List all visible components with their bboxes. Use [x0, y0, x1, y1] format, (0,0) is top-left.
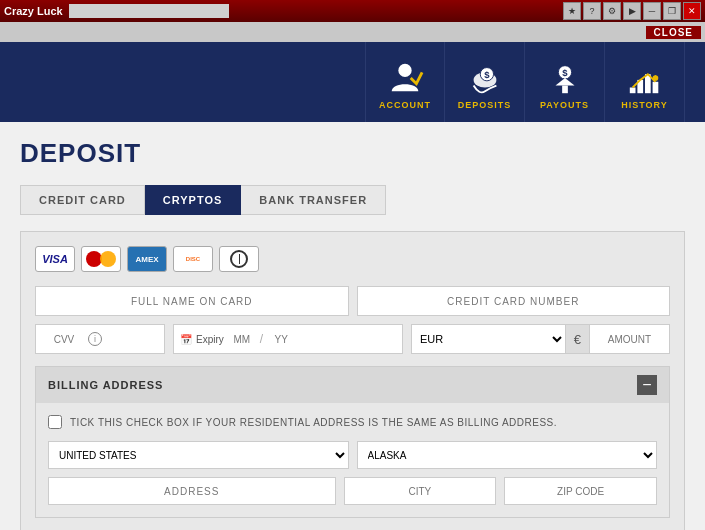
card-section: VISA AMEX DISC i: [20, 231, 685, 530]
title-search-input[interactable]: [69, 4, 229, 18]
icon-question[interactable]: ?: [583, 2, 601, 20]
expiry-separator: /: [260, 332, 263, 346]
expiry-yy-input[interactable]: [267, 334, 295, 345]
diners-line: [239, 254, 240, 264]
svg-rect-10: [652, 82, 658, 93]
currency-symbol: €: [566, 324, 590, 354]
history-label: HISTORY: [621, 100, 668, 110]
info-icon[interactable]: i: [88, 332, 102, 346]
expiry-group: 📅 Expiry /: [173, 324, 403, 354]
billing-header: BILLING ADDRESS −: [36, 367, 669, 403]
nav-item-payouts[interactable]: $ PAYOUTS: [525, 42, 605, 122]
tab-credit-card[interactable]: CREDIT CARD: [20, 185, 145, 215]
icon-close-window[interactable]: ✕: [683, 2, 701, 20]
tabs: CREDIT CARD CRYPTOS BANK TRANSFER: [20, 185, 685, 215]
nav-item-deposits[interactable]: $ DEPOSITS: [445, 42, 525, 122]
nav-items: ACCOUNT $ DEPOSITS $: [365, 42, 685, 122]
discover-logo: DISC: [173, 246, 213, 272]
main-content: DEPOSIT CREDIT CARD CRYPTOS BANK TRANSFE…: [0, 122, 705, 530]
address-input[interactable]: [48, 477, 336, 505]
cvv-group: i: [35, 324, 165, 354]
title-bar: Crazy Luck ★ ? ⚙ ▶ ─ ❐ ✕: [0, 0, 705, 22]
title-bar-left: Crazy Luck: [4, 4, 229, 18]
title-bar-icons: ★ ? ⚙ ▶ ─ ❐ ✕: [563, 2, 701, 20]
currency-amount-group: EUR USD GBP CAD €: [411, 324, 670, 354]
same-address-checkbox[interactable]: [48, 415, 62, 429]
country-select[interactable]: UNITED STATES: [48, 441, 349, 469]
name-cardnumber-row: [35, 286, 670, 316]
account-icon: [385, 58, 425, 98]
currency-select[interactable]: EUR USD GBP CAD: [411, 324, 566, 354]
collapse-button[interactable]: −: [637, 375, 657, 395]
page-title: DEPOSIT: [20, 138, 685, 169]
city-input[interactable]: [344, 477, 497, 505]
billing-section: BILLING ADDRESS − TICK THIS CHECK BOX IF…: [35, 366, 670, 518]
svg-rect-7: [629, 88, 635, 94]
mc-circle-yellow: [100, 251, 116, 267]
mastercard-logo: [81, 246, 121, 272]
diners-icon: [230, 250, 248, 268]
icon-minimize[interactable]: ─: [643, 2, 661, 20]
icon-restore[interactable]: ❐: [663, 2, 681, 20]
checkbox-label: TICK THIS CHECK BOX IF YOUR RESIDENTIAL …: [70, 417, 557, 428]
expiry-label-text: Expiry: [196, 334, 224, 345]
account-label: ACCOUNT: [379, 100, 431, 110]
nav-bar: ACCOUNT $ DEPOSITS $: [0, 42, 705, 122]
svg-point-0: [398, 64, 411, 77]
svg-text:$: $: [484, 69, 490, 80]
close-bar: CLOSE: [0, 22, 705, 42]
deposits-icon: $: [465, 58, 505, 98]
address-row: [48, 477, 657, 505]
nav-item-history[interactable]: HISTORY: [605, 42, 685, 122]
icon-settings[interactable]: ⚙: [603, 2, 621, 20]
payouts-label: PAYOUTS: [540, 100, 589, 110]
payouts-icon: $: [545, 58, 585, 98]
country-state-row: UNITED STATES ALASKA: [48, 441, 657, 469]
expiry-calendar-icon: 📅: [180, 334, 192, 345]
state-select[interactable]: ALASKA: [357, 441, 658, 469]
mc-circles: [82, 247, 120, 271]
billing-body: TICK THIS CHECK BOX IF YOUR RESIDENTIAL …: [36, 403, 669, 517]
close-button[interactable]: CLOSE: [646, 26, 701, 39]
icon-play[interactable]: ▶: [623, 2, 641, 20]
tab-cryptos[interactable]: CRYPTOS: [145, 185, 242, 215]
card-number-input[interactable]: [357, 286, 671, 316]
full-name-input[interactable]: [35, 286, 349, 316]
expiry-mm-input[interactable]: [228, 334, 256, 345]
billing-title: BILLING ADDRESS: [48, 379, 163, 391]
diners-logo: [219, 246, 259, 272]
visa-logo: VISA: [35, 246, 75, 272]
cvv-expiry-currency-row: i 📅 Expiry / EUR USD GBP CAD €: [35, 324, 670, 354]
cvv-input[interactable]: [44, 334, 84, 345]
icon-star[interactable]: ★: [563, 2, 581, 20]
zip-input[interactable]: [504, 477, 657, 505]
tab-bank-transfer[interactable]: BANK TRANSFER: [241, 185, 386, 215]
amount-input[interactable]: [590, 324, 670, 354]
app-title: Crazy Luck: [4, 5, 63, 17]
svg-text:$: $: [562, 67, 568, 78]
nav-item-account[interactable]: ACCOUNT: [365, 42, 445, 122]
deposits-label: DEPOSITS: [458, 100, 512, 110]
history-icon: [625, 58, 665, 98]
svg-rect-6: [562, 86, 568, 94]
card-logos: VISA AMEX DISC: [35, 246, 670, 272]
amex-logo: AMEX: [127, 246, 167, 272]
checkbox-row: TICK THIS CHECK BOX IF YOUR RESIDENTIAL …: [48, 415, 657, 429]
